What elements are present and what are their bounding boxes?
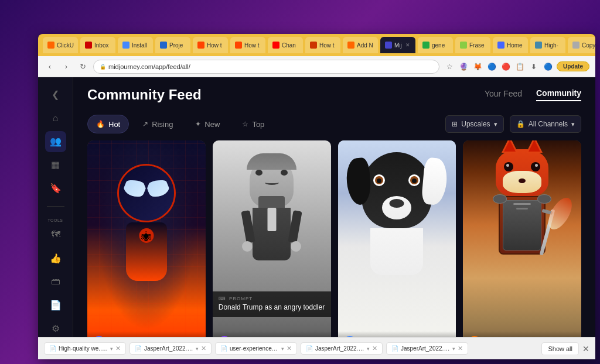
image-card-toddler[interactable]: ⌨ PROMPT Donald Trump as an angry toddle…: [213, 140, 331, 352]
browser-tab[interactable]: gene: [418, 37, 453, 53]
extension-icon-5[interactable]: 📋: [514, 61, 525, 72]
secure-icon: 🔒: [100, 64, 106, 70]
tab-favicon: [535, 42, 542, 49]
channels-dropdown[interactable]: 🔒 All Channels ▾: [510, 115, 581, 133]
browser-tab-active[interactable]: Mij ✕: [380, 37, 415, 53]
download-close-icon[interactable]: ✕: [201, 345, 206, 352]
channels-chevron: ▾: [571, 121, 575, 128]
sidebar-item-archive[interactable]: 🗃: [45, 271, 66, 292]
download-close-icon[interactable]: ✕: [115, 345, 121, 352]
browser-tab[interactable]: Inbox: [80, 37, 115, 53]
prompt-icon: ⌨: [219, 296, 226, 301]
filter-rising[interactable]: ↗ Rising: [134, 115, 182, 133]
filter-new-label: New: [204, 120, 220, 129]
content-header: Community Feed Your Feed Community: [73, 77, 595, 110]
download-chevron[interactable]: ▾: [110, 346, 113, 352]
download-item-1[interactable]: 📄 High-quality we....png ▾ ✕: [44, 342, 126, 355]
browser-tab[interactable]: Home: [493, 37, 528, 53]
sidebar-item-grid[interactable]: ▦: [45, 154, 66, 176]
tab-favicon: [422, 42, 429, 49]
download-chevron[interactable]: ▾: [452, 346, 455, 352]
file-icon: 📄: [135, 345, 142, 352]
main-content: Community Feed Your Feed Community 🔥 Hot…: [73, 77, 595, 359]
download-filename-5: JasperArt_2022....png: [401, 345, 450, 352]
filter-top[interactable]: ☆ Top: [233, 115, 273, 133]
browser-tab[interactable]: ClickU: [43, 37, 78, 53]
sidebar-item-community[interactable]: 👥: [45, 131, 66, 152]
download-chevron[interactable]: ▾: [281, 346, 284, 352]
url-bar[interactable]: 🔒 midjourney.com/app/feed/all/: [93, 60, 439, 74]
back-button[interactable]: ‹: [44, 61, 56, 73]
filter-hot[interactable]: 🔥 Hot: [87, 115, 129, 133]
browser-tab[interactable]: Frase: [455, 37, 490, 53]
browser-tab[interactable]: How t: [230, 37, 265, 53]
browser-tab[interactable]: Add N: [343, 37, 378, 53]
tab-your-feed[interactable]: Your Feed: [485, 89, 522, 101]
extension-icon-3[interactable]: 🔵: [486, 61, 497, 72]
image-grid: 🕷 MJMJ ··· 🔖 ☺: [73, 140, 595, 359]
forward-button[interactable]: ›: [60, 61, 72, 73]
tab-favicon: [122, 42, 129, 49]
browser-tab[interactable]: Chan: [268, 37, 303, 53]
prompt-label: ⌨ PROMPT: [219, 296, 325, 301]
download-chevron[interactable]: ▾: [196, 346, 199, 352]
tab-favicon: [460, 42, 467, 49]
sidebar-item-bookmark[interactable]: 🔖: [45, 178, 66, 199]
download-close-icon[interactable]: ✕: [458, 345, 463, 352]
tab-bar: ClickU Inbox Install Proje How t How t C…: [38, 34, 595, 56]
extension-icon-6[interactable]: ⬇: [529, 61, 539, 72]
hot-icon: 🔥: [96, 120, 105, 128]
reload-button[interactable]: ↻: [77, 61, 88, 73]
download-item-4[interactable]: 📄 JasperArt_2022....png ▾ ✕: [301, 342, 383, 355]
app-container: ❮ ⌂ 👥 ▦ 🔖 TOOLS 🗺 👍 🗃 📄 ⚙ HELP Community…: [38, 77, 595, 359]
tab-favicon: [197, 42, 204, 49]
sidebar-item-doc[interactable]: 📄: [45, 294, 66, 315]
dog-image: [338, 140, 456, 352]
address-bar: ‹ › ↻ 🔒 midjourney.com/app/feed/all/ ☆ 🔮…: [38, 56, 595, 77]
update-button[interactable]: Update: [557, 61, 589, 71]
image-card-fox[interactable]: Landerholm ··· 🔖 ☺: [463, 140, 581, 352]
download-item-2[interactable]: 📄 JasperArt_2022....png ▾ ✕: [129, 342, 212, 355]
sidebar-item-settings[interactable]: ⚙: [45, 318, 66, 339]
browser-window: ClickU Inbox Install Proje How t How t C…: [38, 34, 595, 359]
tab-favicon: [497, 42, 504, 49]
browser-tab[interactable]: Proje: [155, 37, 190, 53]
download-item-5[interactable]: 📄 JasperArt_2022....png ▾ ✕: [386, 342, 468, 355]
upscales-chevron: ▾: [494, 121, 497, 128]
extension-icon-7[interactable]: 🔵: [543, 61, 553, 72]
browser-tab[interactable]: How t: [305, 37, 340, 53]
spiderman-image: 🕷: [87, 140, 206, 352]
download-close-icon[interactable]: ✕: [287, 345, 292, 352]
filter-right: ⊞ Upscales ▾ 🔒 All Channels ▾: [445, 115, 581, 133]
filter-new[interactable]: ✦ New: [186, 115, 229, 133]
close-download-bar-button[interactable]: ✕: [582, 344, 589, 353]
extension-icon[interactable]: 🔮: [458, 61, 469, 72]
download-close-icon[interactable]: ✕: [372, 345, 377, 352]
image-card-dog[interactable]: Candice 71 ··· 🔖 ☺: [338, 140, 456, 352]
sidebar-item-like[interactable]: 👍: [45, 248, 66, 269]
tab-close-icon[interactable]: ✕: [405, 42, 410, 48]
download-item-3[interactable]: 📄 user-experience-....png ▾ ✕: [215, 342, 297, 355]
show-all-button[interactable]: Show all: [541, 342, 579, 355]
tab-favicon: [572, 42, 579, 49]
extension-icon-4[interactable]: 🔴: [500, 61, 511, 72]
tab-favicon: [47, 42, 54, 49]
image-card-spiderman[interactable]: 🕷 MJMJ ··· 🔖 ☺: [87, 140, 206, 352]
url-text: midjourney.com/app/feed/all/: [108, 63, 190, 70]
browser-tab[interactable]: High-: [530, 37, 565, 53]
tab-community[interactable]: Community: [536, 88, 581, 101]
sidebar-divider: [47, 206, 64, 207]
browser-tab[interactable]: Copy: [568, 37, 595, 53]
sidebar-item-back[interactable]: ❮: [45, 84, 66, 105]
sidebar-item-home[interactable]: ⌂: [45, 108, 66, 129]
upscales-dropdown[interactable]: ⊞ Upscales ▾: [445, 115, 503, 133]
fox-image: [463, 140, 581, 352]
extension-icon-2[interactable]: 🦊: [472, 61, 483, 72]
browser-tab[interactable]: How t: [193, 37, 228, 53]
bookmark-icon[interactable]: ☆: [444, 61, 455, 72]
download-chevron[interactable]: ▾: [367, 346, 370, 352]
sidebar-item-map[interactable]: 🗺: [45, 225, 66, 246]
browser-tab[interactable]: Install: [118, 37, 153, 53]
file-icon: 📄: [306, 345, 313, 352]
upscales-icon: ⊞: [452, 120, 458, 128]
